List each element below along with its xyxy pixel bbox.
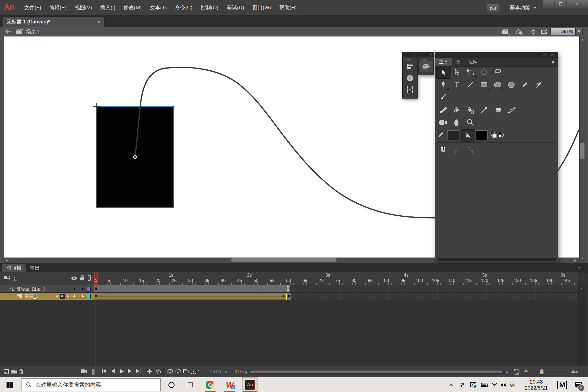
center-frame-button[interactable] — [146, 369, 152, 375]
tray-mixer-button[interactable] — [457, 377, 467, 392]
menu-item[interactable]: 视图(V) — [71, 0, 96, 15]
polystar-tool[interactable] — [504, 79, 518, 91]
eraser-tool[interactable] — [491, 104, 504, 116]
menu-item[interactable]: 编辑(E) — [45, 0, 71, 15]
layer-lock-dot[interactable] — [82, 288, 84, 290]
onion-skin-outlines-button[interactable] — [175, 369, 181, 374]
language-indicator[interactable]: 英 — [507, 377, 517, 392]
layer-row-guide[interactable]: 引导层: 图层_1 — [0, 285, 94, 293]
subselection-tool[interactable] — [450, 66, 464, 78]
go-to-first-frame-button[interactable] — [101, 369, 107, 373]
text-tool[interactable]: T — [450, 79, 464, 91]
clip-pasteboard-icon[interactable] — [540, 28, 547, 35]
line-tool[interactable] — [464, 79, 477, 91]
transform-panel-button[interactable] — [403, 84, 417, 95]
onion-skin-button[interactable] — [167, 369, 173, 374]
menu-item[interactable]: 帮助(H) — [275, 0, 301, 15]
next-keyframe-icon[interactable] — [66, 294, 70, 298]
timeline-horizontal-scrollbar[interactable] — [249, 370, 504, 374]
info-panel-button[interactable] — [403, 72, 417, 84]
add-camera-button[interactable] — [81, 369, 88, 374]
layer-row-layer1-selected[interactable]: 图层_1 — [0, 293, 94, 300]
back-arrow-icon[interactable] — [5, 29, 11, 34]
frame-size-slider-track[interactable] — [532, 372, 569, 372]
layer-outline-swatch-purple[interactable] — [87, 287, 91, 292]
panel-menu-icon[interactable]: ≡ — [552, 60, 555, 65]
scroll-right-arrow-icon[interactable]: ▶ — [573, 258, 578, 263]
start-button[interactable] — [4, 377, 16, 392]
zoom-in-frames-icon[interactable] — [571, 369, 579, 373]
document-tab-close-icon[interactable]: ✕ — [97, 19, 101, 25]
parent-view-toggle[interactable]: 关 — [12, 276, 17, 282]
go-to-last-frame-button[interactable] — [136, 369, 141, 373]
prev-keyframe-icon[interactable] — [55, 294, 59, 298]
layer-visibility-dot[interactable] — [74, 295, 75, 297]
menu-item[interactable]: 命令(C) — [171, 0, 197, 15]
maximize-button[interactable]: ☐ — [555, 0, 567, 8]
tab-timeline[interactable]: 时间轴 — [2, 264, 26, 272]
taskbar-clock[interactable]: 20:48 2022/5/21 — [517, 377, 555, 392]
stage-vscroll-thumb[interactable] — [580, 143, 584, 159]
loop-playback-button[interactable] — [155, 369, 162, 375]
3d-rotation-tool[interactable] — [477, 66, 491, 78]
eyedropper-tool[interactable] — [477, 104, 491, 116]
stage-zoom-dropdown[interactable] — [575, 28, 583, 35]
previous-frame-button[interactable] — [111, 369, 115, 373]
wps-taskbar-button[interactable]: W w — [223, 377, 236, 392]
bone-tool[interactable] — [436, 104, 450, 116]
dock-gripper[interactable] — [421, 59, 431, 60]
frames-row-guide[interactable] — [94, 285, 578, 293]
animate-taskbar-button-active[interactable]: An — [242, 377, 258, 392]
minimize-button[interactable]: ─ — [543, 0, 555, 8]
tab-tools[interactable]: 工具 — [435, 58, 452, 66]
menu-item[interactable]: 窗口(W) — [248, 0, 275, 15]
playhead-marker[interactable]: 1 — [94, 272, 98, 285]
oval-tool[interactable] — [491, 79, 504, 91]
timeline-scroll-right-icon[interactable]: ▶ — [506, 370, 508, 375]
timeline-gripper-icon[interactable] — [92, 369, 95, 375]
new-folder-button[interactable] — [11, 369, 17, 374]
tray-wifi-button[interactable] — [489, 377, 499, 392]
menu-item[interactable]: 修改(M) — [120, 0, 146, 15]
stage-zoom-input[interactable]: 381% — [550, 28, 575, 35]
lasso-tool[interactable] — [491, 66, 504, 78]
timeline-hscroll-thumb[interactable] — [250, 370, 503, 373]
layer-outline-swatch-cyan[interactable] — [87, 294, 91, 299]
scroll-left-arrow-icon[interactable]: ◀ — [5, 258, 9, 263]
menu-item[interactable]: 控制(O) — [197, 0, 222, 15]
span-end-marker[interactable] — [287, 286, 289, 291]
tools-panel-hscroll-thumb[interactable] — [437, 258, 556, 261]
workspace-switch-button[interactable] — [487, 4, 499, 13]
elapsed-time-value[interactable]: 0.0 s — [235, 369, 244, 375]
hand-tool[interactable] — [450, 117, 464, 128]
classic-brush-tool[interactable] — [436, 90, 450, 102]
show-hide-all-eye-icon[interactable] — [71, 276, 77, 280]
stage-hscroll-thumb[interactable] — [231, 258, 336, 262]
outline-all-icon[interactable] — [88, 275, 91, 281]
delete-layer-button[interactable] — [19, 369, 24, 375]
tab-properties[interactable]: 属性 — [464, 58, 481, 66]
rectangle-tool[interactable] — [477, 79, 491, 91]
current-frame-value[interactable]: 1 — [198, 369, 200, 375]
close-button[interactable]: ✕ — [567, 0, 588, 8]
timeline-ruler[interactable]: 1s2s3s4s5s6s 510152025303540455055606570… — [94, 272, 578, 286]
pencil-tool[interactable] — [518, 79, 532, 91]
paint-brush-tool[interactable] — [532, 79, 545, 91]
layer-lock-dot[interactable] — [82, 295, 84, 297]
timeline-vertical-scrollbar[interactable]: ▲ — [578, 285, 585, 366]
camera-tool[interactable] — [436, 117, 450, 128]
scroll-up-arrow-icon[interactable]: ▲ — [580, 37, 586, 42]
play-button[interactable] — [119, 369, 124, 374]
task-view-button[interactable] — [185, 377, 197, 392]
expand-dock-button[interactable]: » — [403, 52, 417, 57]
collapse-panel-icon[interactable]: ‹‹ — [543, 53, 546, 57]
ink-bottle-tool[interactable] — [450, 104, 464, 116]
taskbar-search-input[interactable]: 在这里输入你要搜索的内容 — [21, 378, 161, 391]
paint-bucket-tool[interactable] — [464, 104, 477, 116]
chrome-taskbar-button[interactable] — [204, 377, 217, 392]
no-color-overlap-icon[interactable] — [490, 131, 497, 138]
selected-black-rectangle-shape[interactable] — [97, 106, 173, 207]
fill-color-swatch[interactable] — [476, 130, 488, 140]
layer-name[interactable]: 图层_1 — [24, 294, 38, 299]
new-layer-button[interactable] — [3, 369, 9, 375]
